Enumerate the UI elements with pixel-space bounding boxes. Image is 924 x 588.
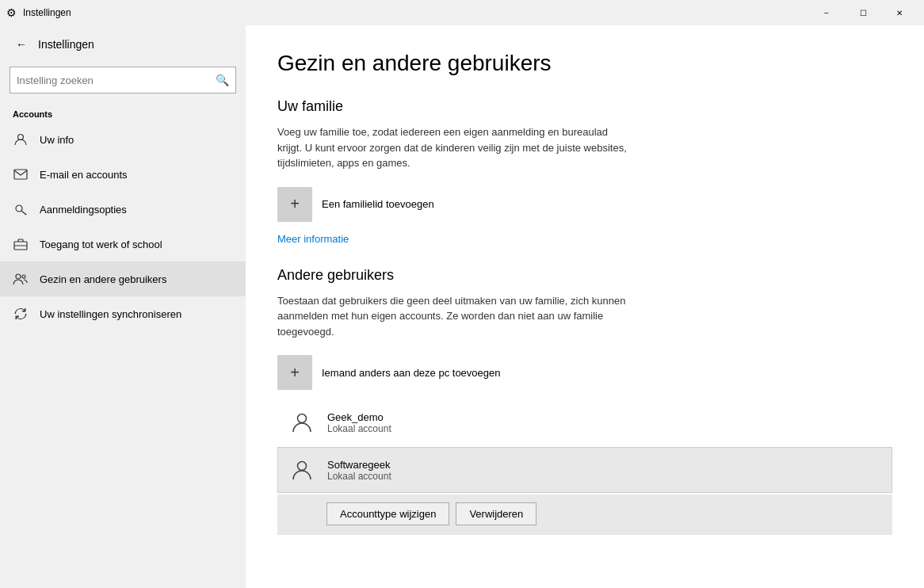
user-info-softwaregeek: Softwaregeek Lokaal account xyxy=(327,459,391,482)
sidebar-item-sync[interactable]: Uw instellingen synchroniseren xyxy=(0,296,246,331)
family-icon xyxy=(13,271,29,287)
sidebar: ← Instellingen 🔍 Accounts Uw info xyxy=(0,25,246,588)
svg-rect-1 xyxy=(14,170,27,179)
sidebar-item-uw-info[interactable]: Uw info xyxy=(0,122,246,157)
sidebar-item-label-aanmeldingsopties: Aanmeldingsopties xyxy=(40,204,127,216)
uw-familie-title: Uw familie xyxy=(277,98,892,115)
user-avatar-geek-demo xyxy=(288,408,316,437)
add-family-label: Een familielid toevoegen xyxy=(322,198,434,210)
andere-gebruikers-section: Andere gebruikers Toestaan dat gebruiker… xyxy=(277,267,892,536)
maximize-button[interactable]: ☐ xyxy=(845,0,881,25)
add-family-row: + Een familielid toevoegen xyxy=(277,187,892,222)
andere-gebruikers-title: Andere gebruikers xyxy=(277,267,892,284)
svg-point-5 xyxy=(16,274,21,279)
user-actions-softwaregeek: Accounttype wijzigen Verwijderen xyxy=(277,494,892,535)
user-row-softwaregeek[interactable]: Softwaregeek Lokaal account xyxy=(277,447,892,493)
change-account-type-button[interactable]: Accounttype wijzigen xyxy=(326,502,449,525)
uw-familie-description: Voeg uw familie toe, zodat iedereen een … xyxy=(277,124,634,171)
user-avatar-softwaregeek xyxy=(288,456,316,484)
title-bar-controls: − ☐ ✕ xyxy=(808,0,918,25)
svg-point-2 xyxy=(16,205,22,212)
person-icon xyxy=(13,132,29,147)
search-icon: 🔍 xyxy=(216,74,229,86)
add-family-button[interactable]: + xyxy=(277,187,312,222)
svg-point-6 xyxy=(22,275,25,278)
sidebar-item-label-uw-info: Uw info xyxy=(40,134,74,146)
title-bar: ⚙ Instellingen − ☐ ✕ xyxy=(0,0,924,25)
app-icon: ⚙ xyxy=(6,6,17,19)
minimize-button[interactable]: − xyxy=(808,0,845,25)
sidebar-category: Accounts xyxy=(0,103,246,122)
andere-gebruikers-description: Toestaan dat gebruikers die geen deel ui… xyxy=(277,293,634,340)
page-title: Gezin en andere gebruikers xyxy=(277,51,892,76)
user-row-geek-demo[interactable]: Geek_demo Lokaal account xyxy=(277,399,892,445)
sidebar-item-aanmeldingsopties[interactable]: Aanmeldingsopties xyxy=(0,192,246,227)
sync-icon xyxy=(13,306,29,322)
sidebar-item-label-toegang: Toegang tot werk of school xyxy=(40,239,162,250)
svg-point-7 xyxy=(298,414,307,423)
sidebar-app-title: Instellingen xyxy=(38,38,94,51)
user-name-softwaregeek: Softwaregeek xyxy=(327,459,391,471)
back-button[interactable]: ← xyxy=(13,35,30,54)
svg-point-8 xyxy=(298,462,307,471)
user-type-softwaregeek: Lokaal account xyxy=(327,471,391,482)
title-bar-title: Instellingen xyxy=(23,7,808,18)
content-area: Gezin en andere gebruikers Uw familie Vo… xyxy=(246,25,924,588)
add-user-label: Iemand anders aan deze pc toevoegen xyxy=(322,367,501,379)
search-box: 🔍 xyxy=(10,67,236,94)
user-info-geek-demo: Geek_demo Lokaal account xyxy=(327,411,391,434)
sidebar-item-toegang[interactable]: Toegang tot werk of school xyxy=(0,227,246,262)
sidebar-item-label-email: E-mail en accounts xyxy=(40,169,128,181)
user-type-geek-demo: Lokaal account xyxy=(327,423,391,434)
close-button[interactable]: ✕ xyxy=(881,0,918,25)
sidebar-item-gezin[interactable]: Gezin en andere gebruikers xyxy=(0,262,246,296)
remove-user-button[interactable]: Verwijderen xyxy=(456,502,536,525)
user-name-geek-demo: Geek_demo xyxy=(327,411,391,423)
sidebar-header: ← Instellingen xyxy=(0,25,246,63)
sidebar-item-label-sync: Uw instellingen synchroniseren xyxy=(40,308,181,320)
search-input[interactable] xyxy=(17,74,216,86)
meer-informatie-link[interactable]: Meer informatie xyxy=(277,233,349,245)
add-user-row: + Iemand anders aan deze pc toevoegen xyxy=(277,355,892,390)
briefcase-icon xyxy=(13,236,29,252)
sidebar-item-label-gezin: Gezin en andere gebruikers xyxy=(40,273,166,285)
add-user-button[interactable]: + xyxy=(277,355,312,390)
key-icon xyxy=(13,201,29,217)
email-icon xyxy=(13,166,29,182)
main-window: ← Instellingen 🔍 Accounts Uw info xyxy=(0,25,924,588)
sidebar-item-email[interactable]: E-mail en accounts xyxy=(0,157,246,192)
